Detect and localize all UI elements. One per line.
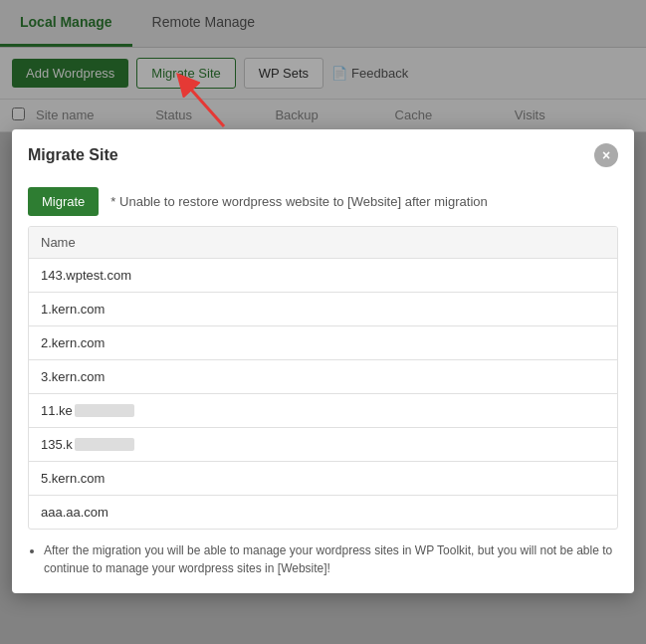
blurred-text: [75, 404, 134, 417]
list-item[interactable]: 135.k: [29, 428, 617, 462]
site-list: Name 143.wptest.com 1.kern.com 2.kern.co…: [28, 226, 618, 530]
modal-header: Migrate Site ×: [12, 129, 634, 177]
migrate-site-modal: Migrate Site × Migrate * Unable to resto…: [12, 129, 634, 593]
list-item[interactable]: 1.kern.com: [29, 293, 617, 326]
list-item[interactable]: 5.kern.com: [29, 462, 617, 496]
migrate-button[interactable]: Migrate: [28, 187, 99, 216]
modal-footer: After the migration you will be able to …: [12, 530, 634, 577]
migrate-warning-text: * Unable to restore wordpress website to…: [110, 194, 487, 209]
site-list-header: Name: [29, 227, 617, 259]
modal-close-button[interactable]: ×: [594, 143, 618, 167]
footer-note: After the migration you will be able to …: [44, 541, 618, 577]
modal-title: Migrate Site: [28, 146, 118, 164]
list-item[interactable]: 143.wptest.com: [29, 259, 617, 293]
modal-action-row: Migrate * Unable to restore wordpress we…: [12, 177, 634, 226]
close-icon: ×: [602, 147, 610, 163]
list-item[interactable]: 11.ke: [29, 394, 617, 428]
list-item[interactable]: aaa.aa.com: [29, 496, 617, 529]
list-item[interactable]: 2.kern.com: [29, 326, 617, 360]
blurred-text: [75, 438, 134, 451]
list-item[interactable]: 3.kern.com: [29, 360, 617, 394]
